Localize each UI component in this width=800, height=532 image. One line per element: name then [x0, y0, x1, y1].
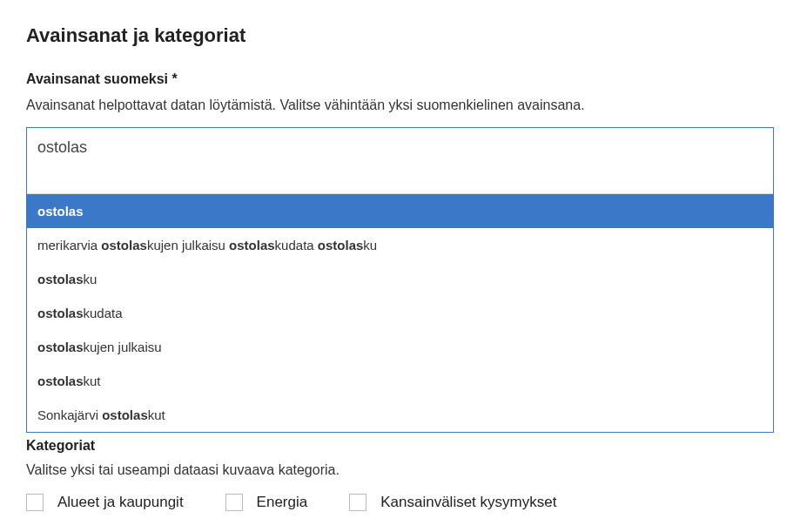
checkbox-box[interactable]	[26, 494, 44, 511]
suggestion-item[interactable]: merikarvia ostolaskujen julkaisu ostolas…	[27, 228, 773, 262]
category-label: Kansainväliset kysymykset	[380, 494, 556, 511]
category-item[interactable]: Energia	[225, 494, 308, 511]
keywords-search-input[interactable]	[27, 128, 773, 193]
category-item[interactable]: Alueet ja kaupungit	[26, 494, 184, 511]
suggestion-item[interactable]: ostolaskudata	[27, 296, 773, 330]
suggestion-item[interactable]: ostolaskut	[27, 364, 773, 398]
keywords-label: Avainsanat suomeksi *	[26, 71, 774, 87]
category-label: Alueet ja kaupungit	[57, 494, 184, 511]
checkbox-box[interactable]	[225, 494, 243, 511]
category-item[interactable]: Kansainväliset kysymykset	[349, 494, 556, 511]
keywords-search-wrap: ostolasmerikarvia ostolaskujen julkaisu …	[26, 127, 774, 433]
categories-row: Alueet ja kaupungitEnergiaKansainväliset…	[26, 494, 774, 511]
suggestion-item[interactable]: ostolasku	[27, 262, 773, 296]
category-label: Energia	[257, 494, 308, 511]
keywords-suggestions-dropdown: ostolasmerikarvia ostolaskujen julkaisu …	[27, 193, 773, 432]
suggestion-item[interactable]: ostolaskujen julkaisu	[27, 330, 773, 364]
checkbox-box[interactable]	[349, 494, 366, 511]
categories-label: Kategoriat	[26, 438, 774, 454]
categories-help: Valitse yksi tai useampi dataasi kuvaava…	[26, 462, 774, 478]
suggestion-item[interactable]: ostolas	[27, 194, 773, 228]
keywords-help: Avainsanat helpottavat datan löytämistä.…	[26, 96, 774, 115]
section-title: Avainsanat ja kategoriat	[26, 24, 774, 47]
suggestion-item[interactable]: Sonkajärvi ostolaskut	[27, 398, 773, 432]
